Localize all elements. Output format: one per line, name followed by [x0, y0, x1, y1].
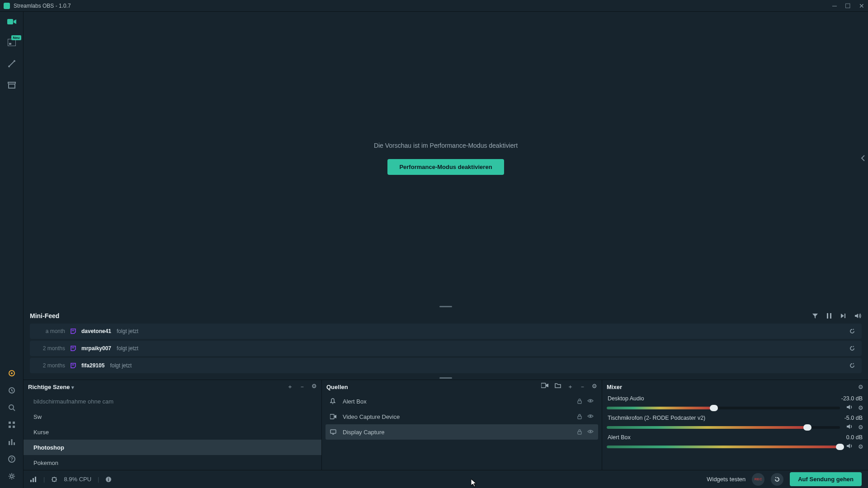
mixer-slider[interactable]	[607, 426, 840, 429]
tools-icon[interactable]	[8, 60, 16, 68]
scene-item[interactable]: Kurse	[24, 424, 321, 440]
reload-icon[interactable]	[849, 345, 855, 352]
source-settings-icon[interactable]: ⚙	[592, 383, 597, 391]
svg-rect-29	[578, 432, 581, 434]
source-item[interactable]: Alert Box	[326, 394, 598, 409]
minimize-button[interactable]: ─	[832, 2, 837, 9]
cpu-value: 8.9% CPU	[64, 476, 91, 483]
scene-settings-icon[interactable]: ⚙	[311, 383, 317, 391]
volume-icon[interactable]	[854, 313, 862, 319]
svg-point-27	[590, 415, 591, 417]
titlebar: Streamlabs OBS - 1.0.7 ─ ☐ ✕	[0, 0, 868, 12]
scene-item[interactable]: Sw	[24, 409, 321, 424]
pause-icon[interactable]	[826, 313, 832, 319]
svg-rect-20	[830, 313, 831, 319]
scenes-title-dropdown[interactable]: Richtige Szene	[28, 384, 74, 390]
mixer-gear-icon[interactable]: ⚙	[858, 424, 863, 431]
reload-icon[interactable]	[849, 328, 855, 334]
gear-icon[interactable]	[8, 473, 15, 480]
mini-feed-row: a month davetone41 folgt jetzt	[30, 324, 862, 339]
mixer-gear-icon[interactable]: ⚙	[858, 443, 863, 450]
mixer-db: -5.0 dB	[844, 415, 863, 421]
remove-scene-icon[interactable]: －	[299, 383, 305, 391]
remove-source-icon[interactable]: －	[580, 383, 585, 391]
mixer-settings-icon[interactable]: ⚙	[858, 384, 863, 390]
clock-icon[interactable]	[8, 387, 15, 394]
scene-item[interactable]: bildschirmaufnahme ohne cam	[24, 394, 321, 409]
visibility-icon[interactable]	[587, 399, 594, 404]
source-label: Alert Box	[343, 398, 367, 405]
visibility-icon[interactable]	[587, 429, 594, 435]
visibility-icon[interactable]	[587, 414, 594, 419]
chevron-left-icon[interactable]	[861, 155, 865, 162]
source-label: Display Capture	[343, 429, 385, 436]
filter-icon[interactable]	[812, 313, 818, 319]
go-live-button[interactable]: Auf Sendung gehen	[790, 472, 862, 486]
source-item[interactable]: Display Capture	[326, 424, 598, 440]
svg-rect-33	[35, 477, 36, 482]
mixer-label: Tischmikrofon (2- RODE Podcaster v2)	[608, 415, 705, 421]
scene-item[interactable]: Photoshop	[24, 440, 321, 455]
mixer-slider[interactable]	[607, 446, 840, 448]
camera-icon[interactable]	[7, 18, 16, 25]
add-source-icon[interactable]: ＋	[567, 383, 573, 391]
source-item[interactable]: Video Capture Device	[326, 409, 598, 424]
app-logo-icon	[4, 3, 10, 9]
add-folder-source-icon[interactable]	[555, 383, 561, 391]
lock-icon[interactable]	[577, 414, 582, 419]
svg-rect-19	[827, 313, 828, 319]
svg-rect-32	[33, 478, 34, 482]
test-widgets-button[interactable]: Widgets testen	[707, 476, 745, 483]
svg-rect-10	[13, 422, 15, 424]
stats-icon[interactable]	[30, 476, 37, 483]
scene-item[interactable]: Pokemon	[24, 455, 321, 470]
mixer-slider[interactable]	[607, 407, 840, 409]
feed-user: fifa29105	[81, 362, 104, 369]
close-button[interactable]: ✕	[859, 2, 864, 9]
store-icon[interactable]	[8, 81, 16, 89]
twitch-icon	[71, 363, 76, 368]
equalizer-icon[interactable]	[8, 438, 15, 446]
svg-rect-9	[9, 422, 11, 424]
add-scene-icon[interactable]: ＋	[287, 383, 293, 391]
mini-feed-row: 2 months mrpaiky007 folgt jetzt	[30, 341, 862, 356]
reload-icon[interactable]	[849, 362, 855, 369]
feed-user: mrpaiky007	[81, 345, 111, 352]
record-button[interactable]: REC	[752, 473, 764, 486]
replay-button[interactable]	[771, 473, 783, 486]
lock-icon[interactable]	[577, 399, 582, 404]
target-icon[interactable]	[8, 370, 15, 377]
divider-handle-upper[interactable]	[24, 305, 868, 308]
grid-icon[interactable]	[8, 421, 15, 428]
statusbar: | 8.9% CPU | i Widgets testen REC Auf Se…	[24, 470, 868, 488]
svg-rect-12	[13, 426, 15, 428]
camera-icon	[330, 414, 336, 419]
mute-icon[interactable]	[846, 424, 853, 431]
preview-area: Die Vorschau ist im Performance-Modus de…	[24, 12, 868, 305]
layout-icon[interactable]: Neu	[8, 39, 16, 46]
mute-icon[interactable]	[846, 443, 853, 450]
divider-handle-lower[interactable]	[24, 376, 868, 380]
mixer-db: -23.0 dB	[841, 395, 863, 402]
lock-icon[interactable]	[577, 429, 582, 435]
add-cam-source-icon[interactable]	[541, 383, 548, 391]
app-title: Streamlabs OBS - 1.0.7	[14, 3, 71, 9]
svg-point-30	[590, 431, 591, 432]
mute-icon[interactable]	[846, 404, 853, 411]
search-icon[interactable]	[8, 404, 15, 411]
sources-panel: Quellen ＋ － ⚙ Alert Box Video Capture De…	[322, 380, 602, 470]
preview-message: Die Vorschau ist im Performance-Modus de…	[374, 142, 518, 149]
mixer-panel: Mixer ⚙ Desktop Audio -23.0 dB ⚙ Tischm	[602, 380, 868, 470]
svg-rect-15	[14, 442, 15, 445]
help-icon[interactable]: ?	[8, 455, 15, 463]
info-icon[interactable]: i	[105, 476, 112, 483]
mixer-gear-icon[interactable]: ⚙	[858, 404, 863, 411]
scenes-panel: Richtige Szene ＋ － ⚙ bildschirmaufnahme …	[24, 380, 322, 470]
skip-icon[interactable]	[840, 313, 846, 319]
feed-time: a month	[36, 328, 65, 334]
disable-performance-mode-button[interactable]: Performance-Modus deaktivieren	[387, 159, 504, 175]
feed-time: 2 months	[36, 362, 65, 369]
mini-feed-title: Mini-Feed	[30, 312, 59, 319]
maximize-button[interactable]: ☐	[845, 2, 851, 9]
mixer-item: Tischmikrofon (2- RODE Podcaster v2) -5.…	[607, 414, 863, 431]
